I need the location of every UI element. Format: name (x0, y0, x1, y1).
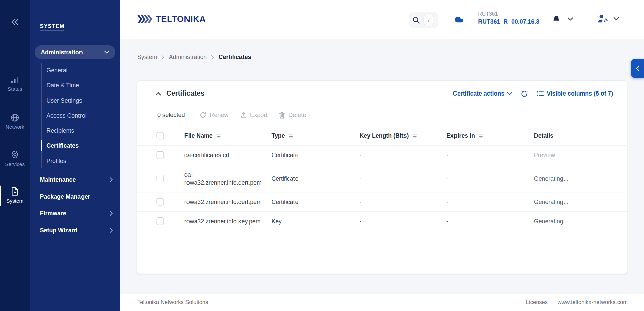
cell-key-length: - (359, 217, 446, 225)
sidebar-item-date-time[interactable]: Date & Time (42, 78, 118, 93)
website-link[interactable]: www.teltonika-networks.com (557, 299, 628, 305)
cell-file-name: ca-certificates.crt (184, 151, 272, 159)
filter-icon[interactable] (412, 134, 417, 138)
column-file-name: File Name (184, 133, 213, 139)
certificate-actions-label: Certificate actions (453, 90, 504, 97)
cell-type: Certificate (271, 151, 359, 159)
logo-chevrons-icon (137, 15, 152, 24)
gear-icon (11, 150, 19, 159)
sidebar-item-user-settings[interactable]: User Settings (42, 93, 118, 108)
sidebar-item-package-manager[interactable]: Package Manager (30, 188, 120, 205)
cell-key-length: - (359, 151, 446, 159)
selected-count: 0 selected (157, 112, 185, 118)
delete-button[interactable]: Delete (279, 111, 306, 118)
select-all-checkbox[interactable] (157, 132, 164, 139)
visible-columns-button[interactable]: Visible columns (5 of 7) (537, 90, 613, 97)
filter-icon[interactable] (216, 134, 221, 138)
collapse-sidebar-button[interactable] (0, 19, 30, 25)
rms-cloud-button[interactable] (453, 15, 465, 24)
chevron-down-icon (613, 17, 619, 20)
column-type: Type (271, 133, 285, 139)
sidebar-item-access-control[interactable]: Access Control (42, 108, 118, 123)
sidebar-item-label: Access Control (46, 112, 86, 119)
card-header: Certificates Certificate actions Visible… (137, 81, 627, 98)
export-button[interactable]: Export (240, 112, 268, 118)
sidebar-item-profiles[interactable]: Profiles (42, 153, 118, 168)
firmware-version-link[interactable]: RUT361_R_00.07.16.3 (478, 19, 539, 25)
account-button[interactable] (597, 14, 608, 23)
search-shortcut-key: / (423, 14, 434, 25)
table-row: ca-certificates.crt Certificate - - Prev… (137, 146, 627, 165)
cell-expires-in: - (446, 174, 534, 182)
notifications-chevron[interactable] (568, 17, 573, 21)
chevron-up-icon (156, 92, 161, 96)
search-icon (412, 16, 420, 23)
rail-item-services[interactable]: Services (0, 150, 30, 167)
breadcrumb-system[interactable]: System (137, 54, 157, 60)
footer-company: Teltonika Networks Solutions (137, 299, 208, 305)
top-bar: TELTONIKA / RUT361 RUT361_R_00.07.16.3 (120, 0, 644, 40)
icon-rail: Status Network Services System (0, 0, 30, 311)
sidebar-item-label: Profiles (46, 158, 66, 164)
row-checkbox[interactable] (157, 151, 164, 159)
sidebar-item-label: Certificates (46, 142, 79, 149)
side-panel-toggle[interactable] (631, 59, 644, 78)
device-info: RUT361 RUT361_R_00.07.16.3 (478, 11, 539, 25)
sidebar-group-administration[interactable]: Administration (35, 45, 115, 59)
renew-icon (200, 112, 207, 118)
card-title: Certificates (166, 89, 204, 98)
device-model: RUT361 (478, 11, 539, 16)
cell-file-name: rowa32.zrenner.info.cert.pem (184, 198, 272, 206)
notifications-control (552, 14, 573, 23)
cell-key-length: - (359, 174, 446, 182)
certificate-actions-button[interactable]: Certificate actions (453, 90, 512, 97)
sidebar-item-certificates[interactable]: Certificates (42, 138, 118, 153)
sidebar-item-setup-wizard[interactable]: Setup Wizard (30, 222, 120, 238)
rail-item-status[interactable]: Status (0, 76, 30, 92)
row-checkbox[interactable] (157, 175, 164, 182)
column-expires-in: Expires in (446, 133, 475, 139)
cloud-icon (453, 15, 465, 24)
notifications-button[interactable] (552, 14, 560, 23)
sidebar-item-maintenance[interactable]: Maintenance (30, 171, 120, 188)
globe-icon (11, 113, 19, 122)
refresh-button[interactable] (521, 90, 528, 97)
column-details: Details (534, 133, 553, 139)
bell-icon (552, 14, 560, 23)
cell-type: Certificate (271, 198, 359, 206)
rail-item-system[interactable]: System (0, 187, 30, 204)
teltonika-logo: TELTONIKA (137, 14, 206, 24)
collapse-card-button[interactable] (156, 92, 161, 96)
search-button[interactable]: / (409, 12, 438, 28)
chevron-down-icon (507, 92, 512, 95)
generating-status: Generating... (534, 198, 627, 206)
chevron-left-icon (636, 65, 639, 71)
breadcrumb-administration[interactable]: Administration (169, 54, 207, 60)
sidebar-item-firmware[interactable]: Firmware (30, 205, 120, 222)
trash-icon (279, 111, 285, 118)
rail-label: Network (6, 124, 24, 130)
refresh-icon (521, 90, 528, 97)
sidebar-menu: Maintenance Package Manager Firmware Set… (30, 171, 120, 239)
row-checkbox[interactable] (157, 217, 164, 225)
chevron-right-icon (162, 55, 165, 59)
renew-label: Renew (210, 112, 228, 118)
rail-item-network[interactable]: Network (0, 113, 30, 130)
cell-expires-in: - (446, 217, 534, 225)
row-checkbox[interactable] (157, 198, 164, 205)
licenses-link[interactable]: Licenses (526, 299, 548, 305)
rail-label: System (6, 198, 23, 204)
account-chevron[interactable] (613, 17, 619, 20)
sidebar-item-general[interactable]: General (42, 63, 118, 78)
cell-file-name: ca-rowa32.zrenner.info.cert.pem (184, 170, 272, 187)
filter-icon[interactable] (478, 134, 484, 138)
sidebar-item-recipients[interactable]: Recipients (42, 123, 118, 138)
breadcrumb-current: Certificates (219, 54, 251, 60)
export-label: Export (250, 112, 267, 118)
preview-link[interactable]: Preview (534, 151, 627, 159)
renew-button[interactable]: Renew (200, 112, 229, 118)
sidebar-item-label: Date & Time (46, 82, 79, 89)
filter-icon[interactable] (288, 134, 293, 138)
column-key-length: Key Length (Bits) (359, 133, 409, 139)
table-row: rowa32.zrenner.info.key.pem Key - - Gene… (137, 212, 627, 231)
